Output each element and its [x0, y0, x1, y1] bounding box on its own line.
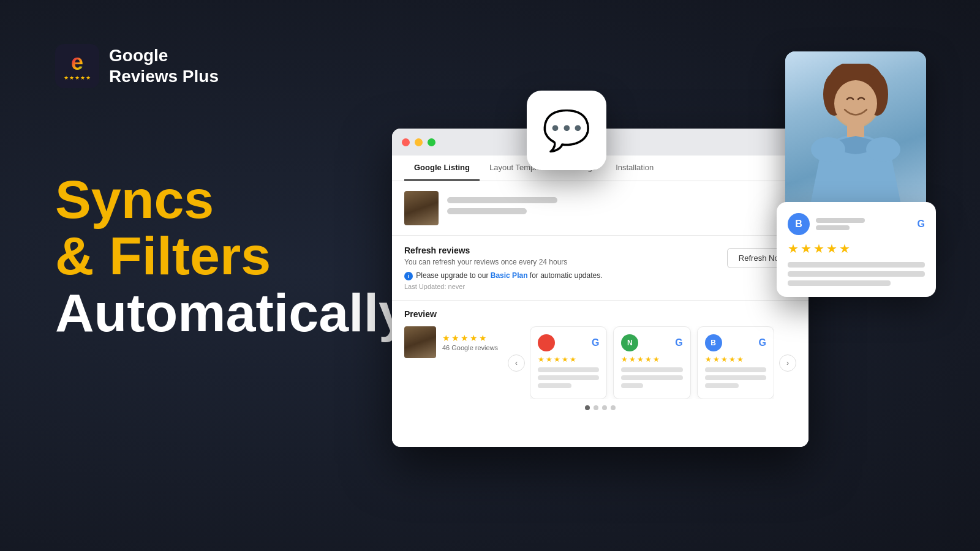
review-text-1	[788, 262, 925, 268]
reviewer-avatar-3: B	[705, 334, 722, 351]
refresh-left: Refresh reviews You can refresh your rev…	[404, 246, 727, 290]
tab-installation[interactable]: Installation	[606, 156, 663, 181]
carousel-nav: ‹ G ★ ★ ★	[508, 326, 796, 399]
floating-review-card: B G ★ ★ ★ ★ ★	[777, 202, 936, 297]
carousel-dot-4[interactable]	[611, 405, 616, 410]
last-updated: Last Updated: never	[404, 283, 727, 290]
reviewer-avatar-2: N	[621, 334, 638, 351]
carousel-dot-3[interactable]	[602, 405, 607, 410]
window-maximize-dot[interactable]	[428, 138, 435, 146]
refresh-title: Refresh reviews	[404, 246, 727, 255]
google-logo-2: G	[675, 337, 682, 348]
card-stars-3: ★ ★ ★ ★ ★	[705, 355, 766, 364]
stars-display: ★ ★ ★ ★ ★	[442, 333, 498, 343]
preview-row: ★ ★ ★ ★ ★ 46 Google reviews ‹	[404, 326, 796, 399]
logo-letter: e	[71, 51, 83, 73]
app-logo-icon: e ★ ★ ★ ★ ★	[55, 44, 99, 88]
preview-business-card: ★ ★ ★ ★ ★ 46 Google reviews	[404, 326, 498, 358]
review-text-3	[788, 280, 891, 286]
floating-star-3: ★	[813, 241, 824, 256]
floating-star-2: ★	[801, 241, 812, 256]
logo-star: ★	[80, 75, 85, 81]
business-text-lines	[447, 197, 796, 219]
review-cards-row: G ★ ★ ★ ★ ★	[530, 326, 774, 399]
logo-stars: ★ ★ ★ ★ ★	[64, 75, 91, 81]
floating-reviewer-lines	[816, 218, 865, 230]
photo-card	[785, 51, 926, 223]
floating-reviewer-avatar: B	[788, 213, 810, 235]
floating-star-4: ★	[826, 241, 837, 256]
carousel-next-button[interactable]: ›	[779, 354, 796, 372]
star3: ★	[461, 333, 469, 343]
chat-icon-card: 💬	[527, 91, 606, 170]
floating-reviewer-info: B	[788, 213, 865, 235]
logo-star: ★	[64, 75, 69, 81]
business-name-line	[447, 197, 557, 203]
star5: ★	[479, 333, 487, 343]
upgrade-suffix: for automatic updates.	[527, 271, 602, 280]
photo-background	[785, 51, 926, 223]
refresh-row: Refresh reviews You can refresh your rev…	[404, 246, 796, 290]
logo-text: Google Reviews Plus	[109, 45, 219, 86]
logo-area: e ★ ★ ★ ★ ★ Google Reviews Plus	[55, 44, 219, 88]
star2: ★	[451, 333, 459, 343]
upgrade-link[interactable]: Basic Plan	[491, 271, 528, 280]
star1: ★	[442, 333, 450, 343]
listing-area	[392, 181, 809, 236]
logo-star: ★	[75, 75, 80, 81]
person-silhouette	[794, 64, 917, 223]
browser-window: Google Listing Layout Template Settings …	[392, 129, 809, 447]
business-image	[404, 191, 439, 225]
review-card-2: N G ★ ★ ★ ★ ★	[613, 326, 690, 399]
business-thumbnail	[404, 191, 439, 225]
reviewer-avatar-1	[538, 334, 555, 351]
google-logo-3: G	[759, 337, 766, 348]
google-logo-1: G	[592, 337, 599, 348]
chat-icon: 💬	[542, 108, 591, 154]
tab-google-listing[interactable]: Google Listing	[404, 156, 480, 181]
review-card-1-header: G	[538, 334, 599, 351]
preview-thumbnail	[404, 326, 436, 358]
upgrade-prefix: Please upgrade to our	[416, 271, 490, 280]
window-minimize-dot[interactable]	[415, 138, 423, 146]
refresh-section: Refresh reviews You can refresh your rev…	[392, 236, 809, 301]
review-card-3: B G ★ ★ ★ ★ ★	[697, 326, 774, 399]
business-address-line	[447, 208, 527, 214]
review-card-2-header: N G	[621, 334, 682, 351]
carousel-dot-indicators	[404, 405, 796, 410]
window-close-dot[interactable]	[402, 138, 410, 146]
page-container: e ★ ★ ★ ★ ★ Google Reviews Plus Syncs & …	[0, 0, 980, 551]
svg-point-6	[811, 137, 845, 162]
carousel-prev-button[interactable]: ‹	[508, 354, 525, 372]
browser-content: Google Listing Layout Template Settings …	[392, 156, 809, 447]
headline-line2: & Filters	[55, 228, 409, 284]
floating-stars: ★ ★ ★ ★ ★	[788, 241, 925, 256]
refresh-subtitle: You can refresh your reviews once every …	[404, 258, 727, 266]
floating-review-text-lines	[788, 262, 925, 286]
card-stars-1: ★ ★ ★ ★ ★	[538, 355, 599, 364]
svg-point-7	[866, 137, 900, 162]
logo-star: ★	[86, 75, 91, 81]
floating-star-1: ★	[788, 241, 799, 256]
carousel-dot-1[interactable]	[585, 405, 590, 410]
floating-google-logo: G	[918, 219, 925, 230]
business-info	[404, 191, 796, 225]
review-text-2	[788, 271, 925, 277]
preview-title: Preview	[404, 309, 796, 319]
refresh-upgrade-text: i Please upgrade to our Basic Plan for a…	[404, 271, 727, 280]
reviewer-sub-line	[816, 225, 850, 230]
logo-title: Google	[109, 45, 219, 66]
headline-line3: Automatically	[55, 285, 409, 341]
star4: ★	[470, 333, 478, 343]
logo-star: ★	[69, 75, 74, 81]
carousel-dot-2[interactable]	[594, 405, 598, 410]
headline-line1: Syncs	[55, 171, 409, 228]
reviewer-name-line	[816, 218, 865, 223]
svg-rect-5	[847, 124, 864, 137]
card-stars-2: ★ ★ ★ ★ ★	[621, 355, 682, 364]
info-icon: i	[404, 272, 413, 280]
review-card-3-header: B G	[705, 334, 766, 351]
review-count: 46 Google reviews	[442, 344, 498, 351]
preview-section: Preview ★ ★ ★ ★ ★ 4	[392, 301, 809, 419]
headline-area: Syncs & Filters Automatically	[55, 171, 409, 341]
